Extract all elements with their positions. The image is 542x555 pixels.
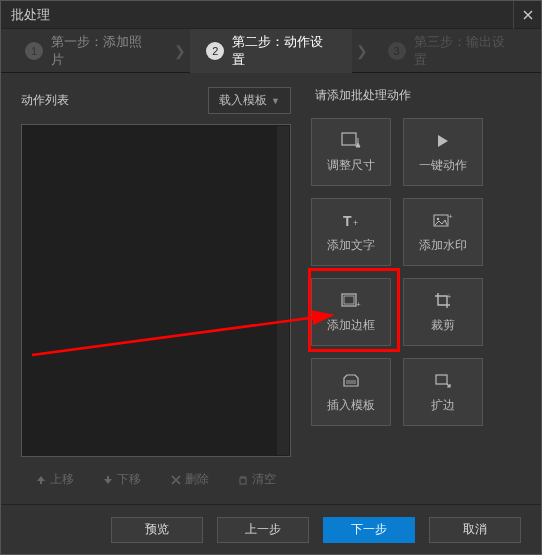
arrow-down-icon [103,475,113,485]
clear-button[interactable]: 清空 [224,465,292,494]
extend-action-button[interactable]: 扩边 [403,358,483,426]
border-icon: + [341,291,361,311]
clear-icon [238,475,248,485]
prev-button[interactable]: 上一步 [217,517,309,543]
load-template-dropdown[interactable]: 载入模板 ▼ [208,87,291,114]
step-number: 2 [206,42,224,60]
move-down-button[interactable]: 下移 [89,465,157,494]
play-icon [435,131,451,151]
arrow-up-icon [36,475,46,485]
svg-text:+: + [353,218,358,228]
action-grid: 调整尺寸 一键动作 T+ 添加文字 + [311,118,521,426]
step-bar: 1 第一步：添加照片 ❯ 2 第二步：动作设置 ❯ 3 第三步：输出设置 [1,29,541,73]
resize-action-button[interactable]: 调整尺寸 [311,118,391,186]
preview-button[interactable]: 预览 [111,517,203,543]
scrollbar[interactable] [277,126,289,455]
add-text-action-button[interactable]: T+ 添加文字 [311,198,391,266]
cancel-button[interactable]: 取消 [429,517,521,543]
move-up-button[interactable]: 上移 [21,465,89,494]
action-list-box[interactable] [21,124,291,457]
right-header: 请添加批处理动作 [311,87,521,104]
chevron-right-icon: ❯ [352,43,372,59]
chevron-down-icon: ▼ [271,96,280,106]
next-button[interactable]: 下一步 [323,517,415,543]
svg-text:+: + [356,300,361,309]
list-controls: 上移 下移 删除 清空 [21,465,291,494]
close-icon [523,10,533,20]
step-3[interactable]: 3 第三步：输出设置 [372,29,533,73]
annotation-arrow [32,255,352,375]
footer: 预览 上一步 下一步 取消 [1,504,541,554]
svg-rect-12 [436,375,447,384]
delete-icon [171,475,181,485]
svg-text:+: + [447,293,451,300]
action-list-label: 动作列表 [21,92,69,109]
resize-icon [341,131,361,151]
svg-rect-2 [342,133,356,145]
text-icon: T+ [341,211,361,231]
step-label: 第二步：动作设置 [232,33,335,69]
load-template-label: 载入模板 [219,92,267,109]
insert-template-action-button[interactable]: 插入模板 [311,358,391,426]
delete-button[interactable]: 删除 [156,465,224,494]
step-number: 3 [388,42,406,60]
crop-action-button[interactable]: + 裁剪 [403,278,483,346]
template-icon [342,371,360,391]
add-border-action-button[interactable]: + 添加边框 [311,278,391,346]
dialog-window: 批处理 1 第一步：添加照片 ❯ 2 第二步：动作设置 ❯ 3 第三步：输出设置… [0,0,542,555]
svg-rect-1 [240,478,246,484]
close-button[interactable] [513,1,541,29]
left-column: 动作列表 载入模板 ▼ 上移 下 [21,87,291,494]
add-watermark-action-button[interactable]: + 添加水印 [403,198,483,266]
window-title: 批处理 [11,6,50,24]
svg-rect-9 [344,296,354,304]
step-2[interactable]: 2 第二步：动作设置 [190,29,351,73]
chevron-right-icon: ❯ [170,43,190,59]
step-label: 第三步：输出设置 [414,33,517,69]
svg-text:+: + [448,213,453,221]
right-column: 请添加批处理动作 调整尺寸 一键动作 T+ [311,87,521,494]
extend-icon [434,371,452,391]
svg-text:T: T [343,213,352,229]
onekey-action-button[interactable]: 一键动作 [403,118,483,186]
titlebar: 批处理 [1,1,541,29]
svg-point-6 [437,217,439,219]
step-number: 1 [25,42,43,60]
watermark-icon: + [433,211,453,231]
left-header: 动作列表 载入模板 ▼ [21,87,291,114]
content-area: 动作列表 载入模板 ▼ 上移 下 [1,73,541,504]
step-1[interactable]: 1 第一步：添加照片 [9,29,170,73]
step-label: 第一步：添加照片 [51,33,154,69]
crop-icon: + [434,291,452,311]
